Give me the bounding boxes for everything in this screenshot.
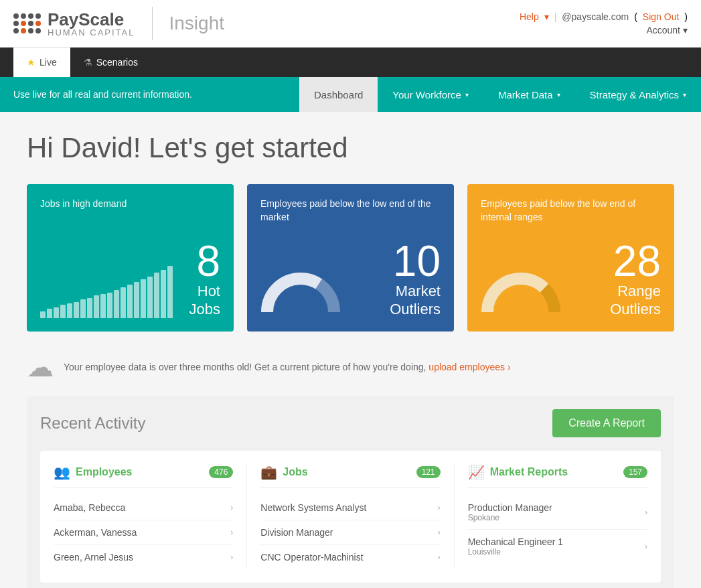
market-report-item-content: Mechanical Engineer 1 Louisville <box>468 536 645 557</box>
employee-name: Ackerman, Vanessa <box>54 527 230 538</box>
market-report-name: Production Manager <box>468 502 645 513</box>
dot <box>13 21 19 26</box>
market-data-caret: ▾ <box>557 91 560 98</box>
hot-jobs-bottom: 8 Hot Jobs <box>40 240 220 318</box>
job-item[interactable]: Division Manager › <box>260 520 440 545</box>
logo-divider <box>152 7 153 40</box>
hot-jobs-title: Jobs in high demand <box>40 198 220 211</box>
sign-out-link[interactable]: Sign Out <box>643 11 679 22</box>
employee-item-content: Ackerman, Vanessa <box>54 527 230 538</box>
greeting: Hi David! Let's get started <box>27 132 674 164</box>
market-semicircle-svg <box>260 262 341 315</box>
bar <box>167 266 173 318</box>
jobs-col-title: Jobs <box>283 466 307 478</box>
jobs-icon: 💼 <box>260 464 277 480</box>
dot <box>21 28 26 33</box>
bar <box>107 293 112 318</box>
activity-columns: 👥 Employees 476 Amaba, Rebecca › Ackerma… <box>54 464 647 569</box>
dot <box>35 13 41 19</box>
header-top-links: Help ▾ | @payscale.com (Sign Out) <box>520 11 688 22</box>
job-item-content: Division Manager <box>260 527 437 538</box>
alert-text: Your employee data is over three months … <box>64 362 511 372</box>
bar <box>47 309 52 318</box>
star-icon: ★ <box>27 57 35 68</box>
logo-area: PayScale HUMAN CAPITAL Insight <box>13 7 224 40</box>
employees-col-title: Employees <box>76 466 132 478</box>
range-outliers-label: RangeOutliers <box>610 283 661 318</box>
employees-column: 👥 Employees 476 Amaba, Rebecca › Ackerma… <box>54 464 247 569</box>
bar <box>74 302 79 318</box>
market-outliers-title: Employees paid below the low end of the … <box>260 198 441 224</box>
dot <box>28 21 33 26</box>
range-outliers-count: 28 <box>610 240 661 283</box>
flask-icon: ⚗ <box>84 57 92 68</box>
account-caret: ▾ <box>683 25 688 35</box>
logo-text-area: PayScale HUMAN CAPITAL <box>48 9 135 38</box>
create-report-button[interactable]: Create A Report <box>552 409 661 437</box>
jobs-count-badge: 121 <box>416 466 441 478</box>
range-semicircle-svg <box>481 262 561 315</box>
market-report-item[interactable]: Mechanical Engineer 1 Louisville › <box>468 530 647 563</box>
bar <box>94 295 99 318</box>
sign-out-paren: ( <box>634 11 637 22</box>
nav-strategy-analytics[interactable]: Strategy & Analytics ▾ <box>575 77 701 112</box>
bar <box>127 285 133 318</box>
job-arrow-icon: › <box>438 553 441 562</box>
range-outliers-visual <box>481 262 610 318</box>
help-link[interactable]: Help <box>520 11 539 22</box>
nav-market-data[interactable]: Market Data ▾ <box>483 77 575 112</box>
bar <box>100 294 106 318</box>
account-label: Account <box>646 25 680 35</box>
hot-jobs-card[interactable]: Jobs in high demand 8 Hot Jobs <box>27 184 234 332</box>
sign-out-paren-close: ) <box>684 11 688 22</box>
market-reports-column: 📈 Market Reports 157 Production Manager … <box>468 464 647 569</box>
tab-scenarios-label: Scenarios <box>96 57 138 68</box>
dot <box>35 28 41 33</box>
dot <box>28 28 33 33</box>
hot-jobs-numbers: 8 Hot Jobs <box>173 240 220 318</box>
market-report-item[interactable]: Production Manager Spokane › <box>468 496 647 530</box>
nav-dashboard[interactable]: Dashboard <box>299 77 378 112</box>
upload-employees-link[interactable]: upload employees <box>429 362 505 372</box>
employee-item[interactable]: Ackerman, Vanessa › <box>54 520 233 545</box>
header-right: Help ▾ | @payscale.com (Sign Out) Accoun… <box>520 11 688 35</box>
market-reports-count-badge: 157 <box>623 466 647 478</box>
market-outliers-visual <box>260 262 390 318</box>
activity-table: 👥 Employees 476 Amaba, Rebecca › Ackerma… <box>40 451 661 583</box>
job-item[interactable]: CNC Operator-Machinist › <box>260 545 440 569</box>
account-button[interactable]: Account ▾ <box>646 25 688 35</box>
bar <box>134 282 139 318</box>
employee-item[interactable]: Green, Arnel Jesus › <box>54 545 233 569</box>
market-reports-col-title: Market Reports <box>490 466 568 478</box>
employees-col-header: 👥 Employees 476 <box>54 464 233 488</box>
tab-scenarios[interactable]: ⚗ Scenarios <box>70 48 151 77</box>
employee-name: Green, Arnel Jesus <box>54 552 230 563</box>
job-item[interactable]: Network Systems Analyst › <box>260 496 440 520</box>
employee-item[interactable]: Amaba, Rebecca › <box>54 496 233 520</box>
main-nav: Dashboard Your Workforce ▾ Market Data ▾… <box>299 77 701 112</box>
market-data-label: Market Data <box>498 89 553 100</box>
employee-item-content: Amaba, Rebecca <box>54 502 230 513</box>
jobs-column: 💼 Jobs 121 Network Systems Analyst › Div… <box>260 464 454 569</box>
nav-your-workforce[interactable]: Your Workforce ▾ <box>378 77 483 112</box>
employee-arrow-icon: › <box>230 528 233 537</box>
range-outliers-numbers: 28 RangeOutliers <box>610 240 661 318</box>
teal-message: Use live for all real and current inform… <box>0 89 299 100</box>
tab-live[interactable]: ★ Live <box>13 48 70 77</box>
job-arrow-icon: › <box>438 503 441 512</box>
bar-chart <box>40 265 173 318</box>
bar <box>80 299 86 318</box>
recent-activity-title: Recent Activity <box>40 414 145 433</box>
range-outliers-card[interactable]: Employees paid below the low end of inte… <box>467 184 674 332</box>
market-reports-col-header: 📈 Market Reports 157 <box>468 464 647 488</box>
job-item-content: CNC Operator-Machinist <box>260 552 437 563</box>
dot <box>21 21 26 26</box>
cards-row: Jobs in high demand 8 Hot Jobs Employees… <box>27 184 674 332</box>
job-name: Network Systems Analyst <box>260 502 437 513</box>
cloud-upload-icon: ☁ <box>27 352 54 382</box>
market-outliers-card[interactable]: Employees paid below the low end of the … <box>247 184 454 332</box>
job-item-content: Network Systems Analyst <box>260 502 437 513</box>
market-outliers-label: MarketOutliers <box>390 283 441 318</box>
alert-bar: ☁ Your employee data is over three month… <box>27 352 674 382</box>
market-report-sub: Louisville <box>468 547 645 557</box>
